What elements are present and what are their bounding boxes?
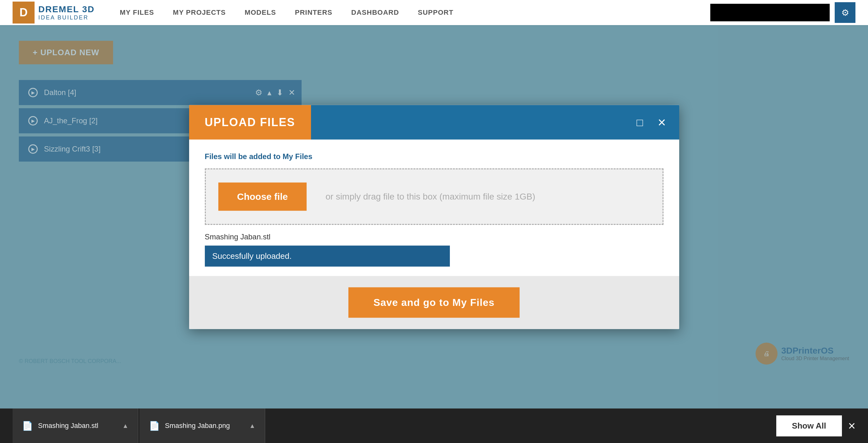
drop-zone[interactable]: Choose file or simply drag file to this …	[205, 168, 663, 225]
success-bar: Succesfully uploaded.	[205, 246, 450, 267]
modal-body: Files will be added to My Files Choose f…	[189, 140, 679, 267]
drag-text: or simply drag file to this box (maximum…	[326, 192, 535, 202]
choose-file-button[interactable]: Choose file	[218, 182, 307, 211]
nav-models[interactable]: MODELS	[245, 8, 276, 16]
nav-links: MY FILES MY PROJECTS MODELS PRINTERS DAS…	[120, 8, 710, 16]
footer-right: Show All ×	[776, 415, 856, 436]
nav-dashboard[interactable]: DASHBOARD	[351, 8, 399, 16]
footer-file-2-caret[interactable]: ▲	[249, 422, 255, 430]
logo-sub: IDEA BUILDER	[38, 14, 95, 21]
nav-search-bar	[710, 4, 830, 21]
modal-header-blue: □ ×	[311, 105, 679, 140]
footer-file-1: 📄 Smashing Jaban.stl ▲	[12, 408, 138, 443]
nav-printers[interactable]: PRINTERS	[295, 8, 332, 16]
logo-icon: D	[12, 2, 35, 24]
nav-right: ⚙	[710, 2, 856, 23]
gear-button[interactable]: ⚙	[835, 2, 856, 23]
save-button[interactable]: Save and go to My Files	[348, 287, 520, 318]
footer-file-2-name: Smashing Jaban.png	[165, 422, 230, 430]
footer-close-button[interactable]: ×	[848, 419, 856, 433]
modal-header: UPLOAD FILES □ ×	[189, 105, 679, 140]
footer-file-1-caret[interactable]: ▲	[122, 422, 128, 430]
footer-file-1-name: Smashing Jaban.stl	[38, 422, 98, 430]
footer-bar: 📄 Smashing Jaban.stl ▲ 📄 Smashing Jaban.…	[0, 408, 868, 443]
modal-subtitle: Files will be added to My Files	[205, 152, 663, 161]
nav-my-files[interactable]: MY FILES	[120, 8, 154, 16]
modal-title: UPLOAD FILES	[205, 116, 295, 129]
top-nav: D DREMEL 3D IDEA BUILDER MY FILES MY PRO…	[0, 0, 868, 25]
modal-footer: Save and go to My Files	[189, 276, 679, 329]
modal-minimize-button[interactable]: □	[632, 114, 648, 130]
modal-close-button[interactable]: ×	[654, 114, 670, 130]
uploaded-filename: Smashing Jaban.stl	[205, 233, 663, 241]
nav-support[interactable]: SUPPORT	[418, 8, 453, 16]
upload-modal: UPLOAD FILES □ × Files will be added to …	[189, 105, 679, 329]
footer-file-2: 📄 Smashing Jaban.png ▲	[140, 408, 265, 443]
show-all-button[interactable]: Show All	[776, 415, 842, 436]
file-doc-icon-2: 📄	[149, 421, 160, 431]
logo-area: D DREMEL 3D IDEA BUILDER	[12, 2, 95, 24]
logo-text: DREMEL 3D IDEA BUILDER	[38, 4, 95, 21]
file-doc-icon: 📄	[22, 421, 33, 431]
logo-dremel: DREMEL 3D	[38, 4, 95, 14]
nav-my-projects[interactable]: MY PROJECTS	[173, 8, 225, 16]
modal-title-bg: UPLOAD FILES	[189, 105, 311, 140]
